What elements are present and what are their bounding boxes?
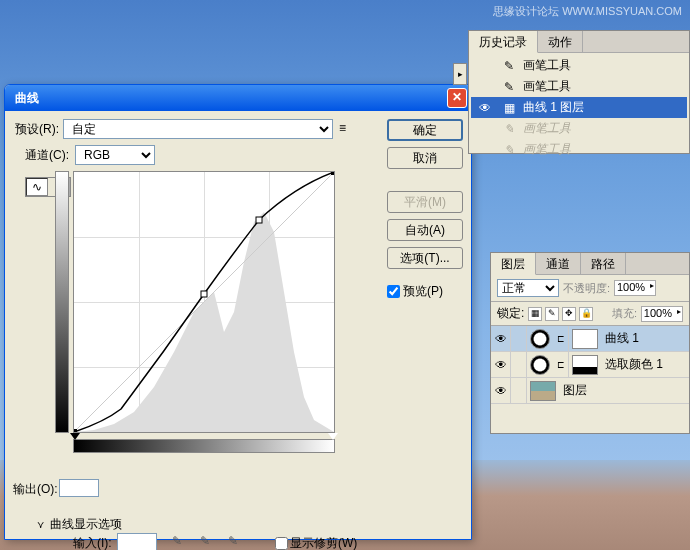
- layer-thumb[interactable]: [530, 381, 556, 401]
- eyedropper-gray-icon[interactable]: ✎: [195, 531, 215, 550]
- preview-check[interactable]: 预览(P): [387, 283, 463, 300]
- eyedropper-group: ✎ ✎ ✎: [167, 531, 243, 550]
- eyedropper-white-icon[interactable]: ✎: [223, 531, 243, 550]
- show-clipping-label: 显示修剪(W): [290, 535, 357, 550]
- curve-tool-point-icon[interactable]: ∿: [26, 178, 48, 196]
- visibility-icon[interactable]: 👁: [491, 326, 511, 351]
- history-item[interactable]: 👁▦曲线 1 图层: [471, 97, 687, 118]
- layer-mask-thumb[interactable]: [572, 355, 598, 375]
- blend-mode-select[interactable]: 正常: [497, 279, 559, 297]
- layer-mask-thumb[interactable]: [572, 329, 598, 349]
- layers-panel: 图层 通道 路径 正常 不透明度: 100% 锁定: ▦ ✎ ✥ 🔒 填充: 1…: [490, 252, 690, 434]
- brush-icon: ✎: [501, 80, 517, 94]
- dialog-titlebar[interactable]: 曲线 ✕: [5, 85, 471, 111]
- history-list: ✎画笔工具 ✎画笔工具 👁▦曲线 1 图层 ✎画笔工具 ✎画笔工具: [469, 53, 689, 162]
- eye-icon[interactable]: 👁: [475, 101, 495, 115]
- channel-select[interactable]: RGB: [75, 145, 155, 165]
- eyedropper-black-icon[interactable]: ✎: [167, 531, 187, 550]
- layer-icon: ▦: [501, 101, 517, 115]
- svg-rect-5: [331, 172, 334, 175]
- history-item-label: 画笔工具: [523, 120, 571, 137]
- history-item[interactable]: ✎画笔工具: [471, 55, 687, 76]
- lock-transparency-icon[interactable]: ▦: [528, 307, 542, 321]
- fill-label: 填充:: [612, 306, 637, 321]
- tab-layers[interactable]: 图层: [491, 253, 536, 275]
- svg-rect-4: [256, 217, 262, 223]
- ok-button[interactable]: 确定: [387, 119, 463, 141]
- history-tabs: 历史记录 动作: [469, 31, 689, 53]
- brush-icon: ✎: [501, 143, 517, 157]
- tab-paths[interactable]: 路径: [581, 253, 626, 274]
- input-gradient[interactable]: [73, 439, 335, 453]
- output-label: 输出(O):: [13, 481, 58, 498]
- link-col[interactable]: [511, 326, 527, 351]
- tab-actions[interactable]: 动作: [538, 31, 583, 52]
- history-item[interactable]: ✎画笔工具: [471, 118, 687, 139]
- auto-button[interactable]: 自动(A): [387, 219, 463, 241]
- fill-value[interactable]: 100%: [641, 306, 683, 322]
- lock-row: 锁定: ▦ ✎ ✥ 🔒 填充: 100%: [491, 302, 689, 326]
- opacity-label: 不透明度:: [563, 281, 610, 296]
- layer-name[interactable]: 图层: [559, 382, 689, 399]
- options-button[interactable]: 选项(T)...: [387, 247, 463, 269]
- preset-menu-icon[interactable]: ≡: [339, 121, 355, 137]
- adjustment-thumb[interactable]: [530, 329, 550, 349]
- visibility-icon[interactable]: 👁: [491, 352, 511, 377]
- curves-dialog: 曲线 ✕ 预设(R): 自定 ≡ 通道(C): RGB ∿ ✎: [4, 84, 472, 540]
- history-item-label: 画笔工具: [523, 141, 571, 158]
- layer-row[interactable]: 👁 ⊏ 选取颜色 1: [491, 352, 689, 378]
- curve-path: [74, 172, 334, 432]
- smooth-button: 平滑(M): [387, 191, 463, 213]
- input-label: 输入(I):: [73, 535, 112, 550]
- history-item[interactable]: ✎画笔工具: [471, 139, 687, 160]
- show-clipping-check[interactable]: 显示修剪(W): [275, 535, 357, 550]
- link-icon[interactable]: ⊏: [553, 326, 569, 351]
- svg-line-1: [74, 172, 334, 432]
- input-input[interactable]: [117, 533, 157, 550]
- close-icon[interactable]: ✕: [447, 88, 467, 108]
- history-item-label: 曲线 1 图层: [523, 99, 584, 116]
- svg-rect-2: [74, 429, 77, 432]
- lock-icons: ▦ ✎ ✥ 🔒: [528, 307, 593, 321]
- link-col[interactable]: [511, 378, 527, 403]
- layers-controls: 正常 不透明度: 100%: [491, 275, 689, 302]
- lock-position-icon[interactable]: ✥: [562, 307, 576, 321]
- curve-graph[interactable]: [73, 171, 335, 433]
- tab-channels[interactable]: 通道: [536, 253, 581, 274]
- history-item-label: 画笔工具: [523, 57, 571, 74]
- layer-row[interactable]: 👁 图层: [491, 378, 689, 404]
- opacity-value[interactable]: 100%: [614, 280, 656, 296]
- layer-name[interactable]: 曲线 1: [601, 330, 689, 347]
- panel-collapse-icon[interactable]: ▸: [453, 63, 467, 85]
- cancel-button[interactable]: 取消: [387, 147, 463, 169]
- adjustment-thumb[interactable]: [530, 355, 550, 375]
- white-point-slider[interactable]: [328, 433, 338, 440]
- preset-select[interactable]: 自定: [63, 119, 333, 139]
- curve-area: [73, 171, 381, 453]
- layer-name[interactable]: 选取颜色 1: [601, 356, 689, 373]
- expand-icon: ⋎: [37, 519, 44, 530]
- watermark-text: 思缘设计论坛 WWW.MISSYUAN.COM: [493, 4, 682, 19]
- layer-row[interactable]: 👁 ⊏ 曲线 1: [491, 326, 689, 352]
- show-clipping-checkbox[interactable]: [275, 537, 288, 550]
- link-col[interactable]: [511, 352, 527, 377]
- dialog-title: 曲线: [9, 90, 447, 107]
- channel-label: 通道(C):: [25, 147, 69, 164]
- dialog-body: 预设(R): 自定 ≡ 通道(C): RGB ∿ ✎: [5, 111, 471, 539]
- display-options-label: 曲线显示选项: [50, 516, 122, 533]
- output-input[interactable]: [59, 479, 99, 497]
- display-options-toggle[interactable]: ⋎ 曲线显示选项: [37, 516, 122, 533]
- lock-all-icon[interactable]: 🔒: [579, 307, 593, 321]
- visibility-icon[interactable]: 👁: [491, 378, 511, 403]
- black-point-slider[interactable]: [70, 433, 80, 440]
- preview-checkbox[interactable]: [387, 285, 400, 298]
- link-icon[interactable]: ⊏: [553, 352, 569, 377]
- lock-pixels-icon[interactable]: ✎: [545, 307, 559, 321]
- preset-label: 预设(R):: [15, 121, 59, 138]
- history-item[interactable]: ✎画笔工具: [471, 76, 687, 97]
- history-panel: ▸ 历史记录 动作 ✎画笔工具 ✎画笔工具 👁▦曲线 1 图层 ✎画笔工具 ✎画…: [468, 30, 690, 154]
- dialog-buttons: 确定 取消 平滑(M) 自动(A) 选项(T)... 预览(P): [387, 119, 463, 300]
- lock-label: 锁定:: [497, 305, 524, 322]
- brush-icon: ✎: [501, 59, 517, 73]
- tab-history[interactable]: 历史记录: [469, 31, 538, 53]
